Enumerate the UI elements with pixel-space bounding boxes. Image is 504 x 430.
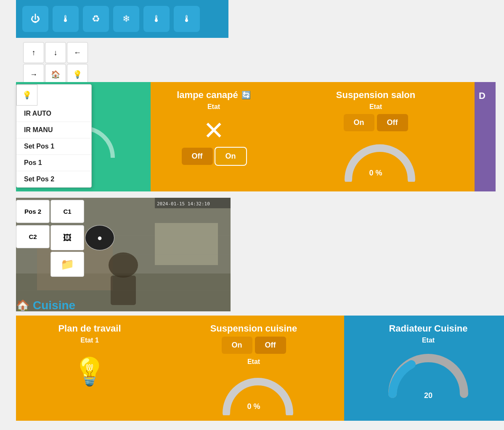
suspension-salon-tile: Suspension salon Etat On Off 0 %	[277, 82, 475, 191]
context-bottom-row: Pos 2 C1	[16, 200, 84, 223]
cuisine-icon: 🏠	[16, 299, 29, 312]
radiateur-cuisine-title: Radiateur Cuisine	[389, 323, 467, 334]
lampe-canape-title: lampe canapé 🔄	[177, 90, 251, 101]
suspension-cuisine-gauge: 0 %	[220, 373, 287, 411]
folder-button[interactable]: 📁	[50, 252, 84, 277]
plan-travail-title: Plan de travail	[58, 323, 121, 334]
record-button[interactable]: ●	[85, 225, 114, 250]
recycle-button[interactable]: ♻	[83, 6, 109, 32]
lampe-state-buttons: Off On	[182, 148, 246, 165]
plan-travail-subtitle: Etat 1	[80, 337, 99, 344]
svg-text:2024-01-15 14:32:10: 2024-01-15 14:32:10	[157, 201, 210, 207]
lampe-canape-tile: lampe canapé 🔄 Etat ✕ Off On	[151, 82, 277, 191]
suspension-cuisine-tile: Suspension cuisine On Off Etat 0 %	[163, 316, 344, 421]
thermometer3-button[interactable]: 🌡	[174, 6, 200, 32]
thermometer2-button[interactable]: 🌡	[143, 6, 170, 32]
plan-travail-tile: Plan de travail Etat 1 💡	[16, 316, 163, 421]
context-menu: 💡 IR AUTO IR MANU Set Pos 1 Pos 1 Set Po…	[16, 84, 92, 188]
suspension-salon-gauge-value: 0 %	[369, 169, 382, 178]
suspension-salon-off-button[interactable]: Off	[377, 114, 408, 131]
radiateur-cuisine-subtitle: Etat	[422, 337, 435, 344]
icon-row-2: C2 🖼 ●	[16, 225, 114, 250]
lampe-on-button[interactable]: On	[215, 148, 246, 165]
cuisine-label: 🏠 Cuisine	[16, 299, 75, 312]
suspension-cuisine-off-button[interactable]: Off	[255, 337, 286, 354]
set-pos-1-item[interactable]: Set Pos 1	[16, 138, 91, 155]
toolbar: ⏻ 🌡 ♻ ❄ 🌡 🌡	[16, 0, 228, 38]
svg-rect-5	[155, 223, 218, 265]
left-button[interactable]: ←	[67, 42, 88, 63]
image-button[interactable]: 🖼	[50, 225, 84, 250]
snowflake-button[interactable]: ❄	[113, 6, 139, 32]
suspension-cuisine-subtitle: Etat	[247, 358, 260, 366]
suspension-salon-gauge: 0 %	[342, 140, 409, 178]
c2-button[interactable]: C2	[16, 225, 50, 248]
cuisine-text: Cuisine	[33, 299, 75, 312]
radiateur-gauge-value: 20	[424, 391, 432, 400]
partial-purple-tile: D	[475, 82, 496, 191]
radiateur-cuisine-gauge: 20	[386, 352, 470, 402]
lampe-canape-subtitle: Etat	[207, 103, 220, 111]
down-button[interactable]: ↓	[45, 42, 66, 63]
pos-1-item[interactable]: Pos 1	[16, 155, 91, 171]
ir-manu-item[interactable]: IR MANU	[16, 122, 91, 138]
menu-bulb-icon[interactable]: 💡	[16, 85, 37, 106]
suspension-salon-on-button[interactable]: On	[344, 114, 374, 131]
c1-button[interactable]: C1	[50, 200, 84, 223]
suspension-cuisine-gauge-value: 0 %	[247, 402, 260, 411]
pos-2-button[interactable]: Pos 2	[16, 200, 50, 223]
context-menu-icon-row: 💡	[16, 85, 91, 106]
suspension-cuisine-title: Suspension cuisine	[210, 323, 297, 334]
suspension-salon-subtitle: Etat	[369, 103, 382, 111]
suspension-cuisine-on-button[interactable]: On	[222, 337, 252, 354]
up-button[interactable]: ↑	[23, 42, 44, 63]
thermometer-button[interactable]: 🌡	[53, 6, 79, 32]
suspension-salon-title: Suspension salon	[336, 90, 415, 101]
plan-travail-bulb-icon: 💡	[73, 356, 106, 388]
lampe-off-icon: ✕	[203, 118, 224, 143]
refresh-icon[interactable]: 🔄	[241, 90, 251, 100]
suspension-salon-buttons: On Off	[344, 114, 408, 131]
svg-point-3	[109, 252, 138, 278]
tiles-row-2: Plan de travail Etat 1 💡 Suspension cuis…	[16, 316, 504, 421]
partial-tile-title: D	[475, 82, 496, 110]
suspension-cuisine-buttons: On Off	[222, 337, 286, 354]
set-pos-2-item[interactable]: Set Pos 2	[16, 171, 91, 187]
power-button[interactable]: ⏻	[22, 6, 48, 32]
ir-auto-item[interactable]: IR AUTO	[16, 106, 91, 122]
radiateur-cuisine-tile: Radiateur Cuisine Etat 20	[344, 316, 504, 421]
lampe-off-button[interactable]: Off	[182, 148, 213, 165]
